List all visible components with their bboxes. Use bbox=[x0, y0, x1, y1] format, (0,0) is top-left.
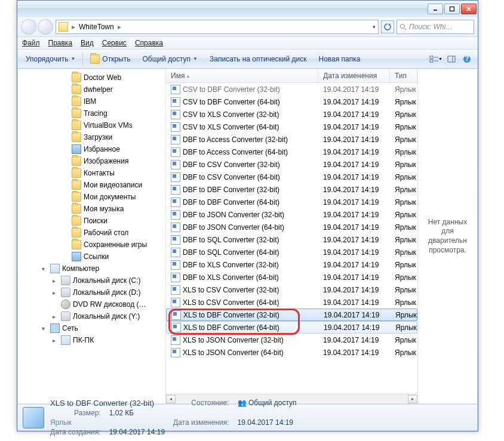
file-row[interactable]: XLS to JSON Converter (64-bit)19.04.2017… bbox=[166, 346, 417, 359]
file-rows[interactable]: CSV to DBF Converter (32-bit)19.04.2017 … bbox=[166, 83, 417, 403]
file-row[interactable]: DBF to SQL Converter (32-bit)19.04.2017 … bbox=[166, 233, 417, 246]
sort-asc-icon: ▴ bbox=[187, 73, 189, 79]
shortcut-icon bbox=[171, 273, 180, 282]
col-date[interactable]: Дата изменения bbox=[318, 69, 390, 82]
dvd-icon bbox=[61, 300, 70, 309]
expand-icon[interactable]: ▸ bbox=[49, 289, 59, 296]
nav-row: ▸ WhiteTown ▸ ▾ Поиск: Whi… bbox=[17, 17, 478, 36]
file-row[interactable]: XLS to CSV Converter (64-bit)19.04.2017 … bbox=[166, 296, 417, 309]
nav-tree[interactable]: Doctor WebdwhelperIBMTracingVirtualBox V… bbox=[18, 69, 166, 403]
tree-item[interactable]: IBM bbox=[18, 95, 165, 107]
preview-pane: Нет данных для дварительн просмотра. bbox=[417, 69, 477, 403]
menu-file[interactable]: Файл bbox=[22, 39, 40, 47]
tree-item[interactable]: ▸Локальный диск (Y:) bbox=[18, 310, 165, 322]
expand-icon[interactable]: ▸ bbox=[49, 313, 59, 320]
file-row[interactable]: DBF to CSV Converter (32-bit)19.04.2017 … bbox=[166, 158, 417, 171]
tree-item[interactable]: Моя музыка bbox=[18, 203, 165, 215]
tree-item[interactable]: Ссылки bbox=[18, 251, 165, 263]
tree-item[interactable]: Рабочий стол bbox=[18, 227, 165, 239]
tree-item[interactable]: Мои документы bbox=[18, 191, 165, 203]
file-row[interactable]: CSV to DBF Converter (64-bit)19.04.2017 … bbox=[166, 95, 417, 108]
file-row[interactable]: CSV to DBF Converter (32-bit)19.04.2017 … bbox=[166, 83, 417, 95]
share-button[interactable]: Общий доступ▼ bbox=[137, 53, 202, 66]
titlebar[interactable] bbox=[17, 1, 478, 17]
address-bar[interactable]: ▸ WhiteTown ▸ ▾ bbox=[56, 20, 379, 34]
file-row[interactable]: DBF to Access Converter (64-bit)19.04.20… bbox=[166, 146, 417, 158]
file-row[interactable]: XLS to CSV Converter (32-bit)19.04.2017 … bbox=[166, 283, 417, 296]
file-row[interactable]: DBF to JSON Converter (32-bit)19.04.2017… bbox=[166, 208, 417, 221]
tree-item[interactable]: ▾Сеть bbox=[18, 322, 165, 334]
file-row[interactable]: DBF to DBF Converter (64-bit)19.04.2017 … bbox=[166, 196, 417, 208]
help-button[interactable]: ? bbox=[460, 52, 474, 66]
tree-item[interactable]: Изображения bbox=[18, 155, 165, 167]
menu-edit[interactable]: Правка bbox=[48, 39, 73, 47]
search-box[interactable]: Поиск: Whi… bbox=[397, 20, 474, 34]
file-type: Ярлык bbox=[390, 336, 417, 344]
expand-icon[interactable]: ▸ bbox=[49, 337, 59, 344]
menu-tools[interactable]: Сервис bbox=[102, 39, 127, 47]
file-row[interactable]: XLS to JSON Converter (32-bit)19.04.2017… bbox=[166, 334, 417, 346]
minimize-button[interactable] bbox=[428, 4, 443, 14]
shortcut-icon bbox=[171, 160, 180, 169]
col-name[interactable]: Имя▴ bbox=[166, 69, 318, 82]
file-row[interactable]: DBF to Access Converter (32-bit)19.04.20… bbox=[166, 133, 417, 146]
back-button[interactable] bbox=[21, 19, 36, 35]
tree-item[interactable]: ▸Локальный диск (C:) bbox=[18, 275, 165, 286]
tree-item[interactable]: DVD RW дисковод (… bbox=[18, 298, 165, 310]
shortcut-icon bbox=[171, 122, 180, 132]
file-row[interactable]: DBF to XLS Converter (32-bit)19.04.2017 … bbox=[166, 258, 417, 271]
col-type[interactable]: Тип bbox=[390, 69, 417, 82]
menu-view[interactable]: Вид bbox=[81, 39, 94, 47]
shortcut-icon bbox=[171, 298, 180, 307]
tree-item[interactable]: ▸ПК-ПК bbox=[18, 334, 165, 346]
expand-icon[interactable]: ▾ bbox=[38, 325, 48, 332]
file-row[interactable]: DBF to SQL Converter (64-bit)19.04.2017 … bbox=[166, 246, 417, 258]
tree-item[interactable]: Doctor Web bbox=[18, 72, 165, 84]
open-button[interactable]: Открыть bbox=[85, 52, 135, 66]
file-row[interactable]: DBF to CSV Converter (64-bit)19.04.2017 … bbox=[166, 171, 417, 183]
tree-item-label: Мои видеозаписи bbox=[84, 181, 142, 189]
tree-item[interactable]: Избранное bbox=[18, 143, 165, 155]
shortcut-icon bbox=[171, 185, 180, 195]
expand-icon[interactable]: ▾ bbox=[38, 266, 48, 272]
file-row[interactable]: XLS to DBF Converter (64-bit)19.04.2017 … bbox=[166, 321, 417, 334]
file-row[interactable]: DBF to XLS Converter (64-bit)19.04.2017 … bbox=[166, 271, 417, 283]
tree-item[interactable]: ▸Локальный диск (D:) bbox=[18, 286, 165, 298]
tree-item[interactable]: Поиски bbox=[18, 215, 165, 227]
chevron-down-icon: ▼ bbox=[193, 56, 198, 61]
tree-item[interactable]: Tracing bbox=[18, 107, 165, 119]
view-mode-button[interactable]: ▼ bbox=[429, 52, 443, 66]
tree-item[interactable]: Мои видеозаписи bbox=[18, 179, 165, 191]
tree-item[interactable]: Контакты bbox=[18, 167, 165, 179]
tree-item[interactable]: Сохраненные игры bbox=[18, 239, 165, 251]
maximize-button[interactable] bbox=[444, 4, 460, 14]
file-row[interactable]: DBF to DBF Converter (32-bit)19.04.2017 … bbox=[166, 183, 417, 196]
file-row[interactable]: DBF to JSON Converter (64-bit)19.04.2017… bbox=[166, 221, 417, 233]
shortcut-icon bbox=[171, 223, 180, 232]
tree-item-label: Моя музыка bbox=[84, 205, 124, 213]
file-date: 19.04.2017 14:19 bbox=[318, 123, 390, 131]
address-dropdown-icon[interactable]: ▾ bbox=[373, 24, 376, 30]
file-row[interactable]: XLS to DBF Converter (32-bit)19.04.2017 … bbox=[166, 309, 417, 321]
close-button[interactable] bbox=[461, 4, 477, 14]
tree-item[interactable]: ▾Компьютер bbox=[18, 263, 165, 275]
refresh-button[interactable] bbox=[381, 20, 394, 33]
breadcrumb-folder[interactable]: WhiteTown bbox=[79, 23, 114, 31]
forward-button[interactable] bbox=[38, 19, 53, 35]
expand-icon[interactable]: ▸ bbox=[49, 277, 59, 284]
file-row[interactable]: CSV to XLS Converter (32-bit)19.04.2017 … bbox=[166, 108, 417, 121]
preview-pane-button[interactable] bbox=[444, 52, 459, 66]
new-folder-button[interactable]: Новая папка bbox=[314, 53, 365, 66]
file-row[interactable]: CSV to XLS Converter (64-bit)19.04.2017 … bbox=[166, 121, 417, 133]
tree-item[interactable]: VirtualBox VMs bbox=[18, 119, 165, 131]
menu-help[interactable]: Справка bbox=[135, 39, 163, 47]
organize-button[interactable]: Упорядочить▼ bbox=[21, 53, 80, 66]
file-type: Ярлык bbox=[390, 298, 417, 307]
tree-item[interactable]: Загрузки bbox=[18, 131, 165, 143]
fold-icon bbox=[72, 168, 81, 178]
tree-item[interactable]: dwhelper bbox=[18, 84, 165, 95]
burn-button[interactable]: Записать на оптический диск bbox=[205, 53, 312, 66]
fold-icon bbox=[72, 216, 81, 226]
scroll-right-icon[interactable]: ▸ bbox=[408, 395, 417, 403]
tree-item-label: VirtualBox VMs bbox=[84, 121, 133, 129]
